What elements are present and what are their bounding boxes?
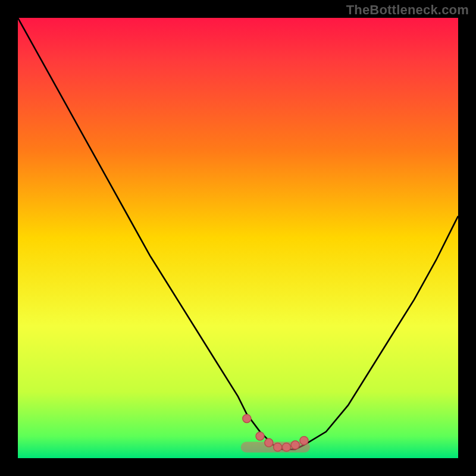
sweet-spot-point bbox=[265, 439, 273, 447]
sweet-spot-point bbox=[282, 443, 290, 452]
sweet-spot-point bbox=[300, 436, 308, 444]
sweet-spot-point bbox=[243, 414, 251, 422]
sweet-spot-point bbox=[274, 443, 282, 452]
bottleneck-chart bbox=[18, 18, 458, 458]
gradient-background bbox=[18, 18, 458, 458]
sweet-spot-point bbox=[291, 441, 299, 449]
watermark-text: TheBottleneck.com bbox=[346, 2, 469, 18]
chart-plot-area bbox=[18, 18, 458, 458]
sweet-spot-point bbox=[256, 432, 264, 440]
